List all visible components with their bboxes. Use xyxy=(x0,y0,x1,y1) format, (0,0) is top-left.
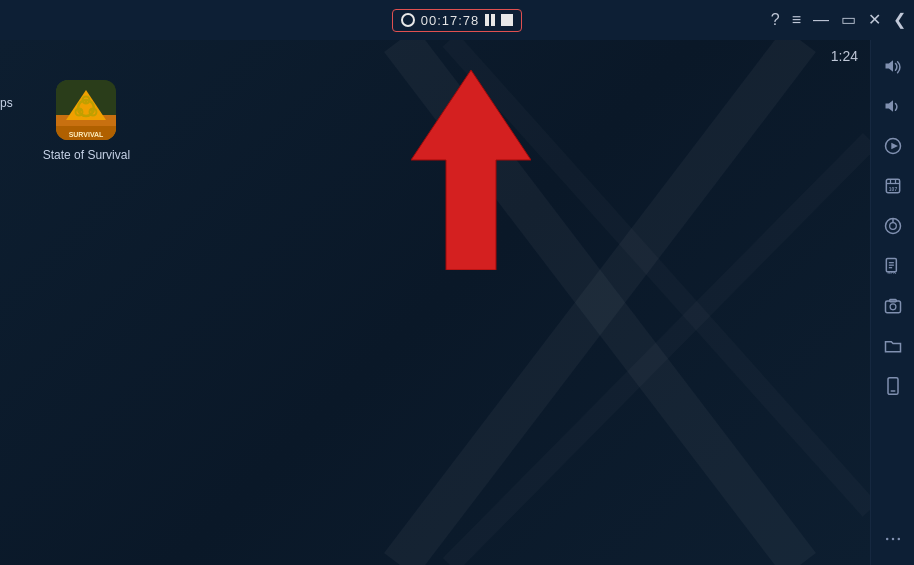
emulator-screen[interactable]: 1:24 ps xyxy=(0,40,870,565)
script-icon[interactable] xyxy=(875,208,911,244)
svg-marker-18 xyxy=(885,60,893,72)
svg-text:RPK: RPK xyxy=(887,270,896,275)
volume-low-icon[interactable] xyxy=(875,88,911,124)
svg-marker-19 xyxy=(885,100,893,112)
svg-rect-35 xyxy=(885,301,900,313)
stop-button[interactable] xyxy=(501,14,513,26)
svg-rect-38 xyxy=(888,378,898,395)
right-sidebar: 107 RPK xyxy=(870,40,914,565)
apps-area: ps xyxy=(0,60,130,162)
partial-app-label: ps xyxy=(0,96,13,110)
play-icon[interactable] xyxy=(875,128,911,164)
back-icon[interactable]: ❮ xyxy=(893,12,906,28)
svg-point-40 xyxy=(885,538,888,541)
apk-icon[interactable]: RPK xyxy=(875,248,911,284)
sos-icon-svg: SURVIVAL xyxy=(56,80,116,140)
arrow-svg xyxy=(411,70,531,270)
svg-point-42 xyxy=(897,538,900,541)
phone-icon[interactable] xyxy=(875,368,911,404)
record-timer: 00:17:78 xyxy=(392,9,523,32)
main-content: 1:24 ps xyxy=(0,40,914,565)
pause-button[interactable] xyxy=(485,14,495,26)
macro-icon[interactable]: 107 xyxy=(875,168,911,204)
direction-arrow xyxy=(411,70,531,274)
state-of-survival-app[interactable]: SURVIVAL State of Survival xyxy=(33,60,130,162)
titlebar-center: 00:17:78 xyxy=(392,9,523,32)
more-icon[interactable] xyxy=(875,521,911,557)
svg-text:107: 107 xyxy=(888,186,897,192)
close-icon[interactable]: ✕ xyxy=(868,12,881,28)
sos-icon-inner: SURVIVAL xyxy=(56,80,116,140)
timestamp-display: 1:24 xyxy=(831,48,858,64)
titlebar-right: ? ≡ — ▭ ✕ ❮ xyxy=(522,12,914,28)
svg-point-28 xyxy=(889,223,896,230)
timer-display: 00:17:78 xyxy=(421,13,480,28)
svg-point-41 xyxy=(891,538,894,541)
screenshot-icon[interactable] xyxy=(875,288,911,324)
folder-icon[interactable] xyxy=(875,328,911,364)
svg-marker-16 xyxy=(411,70,531,270)
titlebar: 00:17:78 ? ≡ — ▭ ✕ ❮ xyxy=(0,0,914,40)
help-icon[interactable]: ? xyxy=(771,12,780,28)
sos-app-icon: SURVIVAL xyxy=(56,80,116,140)
svg-text:SURVIVAL: SURVIVAL xyxy=(69,131,104,138)
sos-app-label: State of Survival xyxy=(43,148,130,162)
maximize-icon[interactable]: ▭ xyxy=(841,12,856,28)
svg-point-36 xyxy=(890,304,896,310)
volume-high-icon[interactable] xyxy=(875,48,911,84)
minimize-icon[interactable]: — xyxy=(813,12,829,28)
partial-app: ps xyxy=(0,60,13,110)
menu-icon[interactable]: ≡ xyxy=(792,12,801,28)
record-circle-icon xyxy=(401,13,415,27)
svg-marker-21 xyxy=(891,143,898,150)
